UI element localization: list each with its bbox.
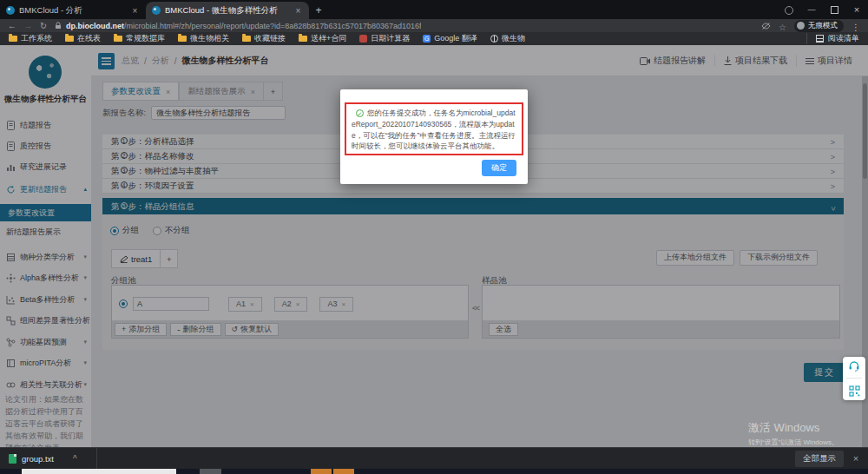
eye-slash-icon[interactable] bbox=[761, 23, 771, 30]
google-translate-icon bbox=[423, 35, 431, 43]
show-all-downloads-button[interactable]: 全部显示 bbox=[795, 451, 844, 467]
windows-taskbar bbox=[0, 469, 868, 474]
site-favicon bbox=[152, 6, 161, 15]
lock-icon bbox=[55, 22, 62, 30]
customer-service-icon[interactable] bbox=[848, 360, 860, 372]
incognito-badge: 无痕模式 bbox=[794, 20, 844, 32]
task-submitted-dialog: 您的任务提交成功，任务名为microbial_updateReport_2022… bbox=[340, 89, 528, 184]
site-favicon bbox=[6, 6, 15, 15]
bookmark-star-icon[interactable] bbox=[779, 18, 786, 34]
chevron-up-icon[interactable] bbox=[73, 454, 77, 464]
folder-icon bbox=[9, 36, 17, 42]
url-text: dp.biocloud.net/microbial.html#/zh/perso… bbox=[66, 22, 422, 30]
back-icon[interactable]: ← bbox=[8, 19, 16, 32]
reading-list-button[interactable]: 阅读清单 bbox=[806, 33, 859, 44]
folder-icon bbox=[114, 36, 122, 42]
downloaded-file-item[interactable]: group.txt bbox=[0, 448, 86, 469]
browser-tab-analysis[interactable]: BMKCloud - 分析 bbox=[0, 2, 146, 19]
folder-icon bbox=[299, 36, 307, 42]
window-minimize-button[interactable] bbox=[800, 0, 823, 19]
incognito-label: 无痕模式 bbox=[808, 21, 838, 31]
window-maximize-button[interactable] bbox=[823, 0, 845, 19]
qr-code-icon[interactable] bbox=[849, 385, 860, 397]
bookmarks-bar: 工作系统 在线表 常规数据库 微生物相关 收藏链接 送样+合同 日期计算器 Go… bbox=[0, 32, 868, 45]
browser-tab-microbial[interactable]: BMKCloud - 微生物多样性分析 bbox=[146, 2, 309, 19]
windows-activation-watermark: 激活 Windows 转到“设置”以激活 Windows。 bbox=[748, 420, 838, 447]
close-tab-icon[interactable] bbox=[130, 6, 140, 16]
folder-icon bbox=[65, 36, 74, 42]
dialog-message: 您的任务提交成功，任务名为microbial_updateReport_2022… bbox=[352, 108, 516, 152]
tab-title: BMKCloud - 微生物多样性分析 bbox=[165, 5, 293, 16]
confirm-button[interactable]: 确定 bbox=[482, 160, 516, 176]
incognito-icon bbox=[797, 22, 805, 30]
bookmark-folder[interactable]: 在线表 bbox=[65, 33, 101, 44]
forward-icon[interactable]: → bbox=[24, 19, 33, 32]
close-shelf-icon[interactable] bbox=[844, 453, 868, 464]
folder-icon bbox=[178, 36, 187, 42]
success-check-icon bbox=[356, 109, 364, 117]
bookmark-folder[interactable]: 送样+合同 bbox=[299, 33, 346, 44]
floating-service-widget bbox=[843, 357, 865, 400]
downloaded-file-name: group.txt bbox=[22, 454, 54, 464]
bookmark-folder[interactable]: 收藏链接 bbox=[242, 33, 286, 44]
window-controls bbox=[778, 0, 868, 19]
file-icon bbox=[9, 454, 16, 464]
folder-icon bbox=[242, 36, 251, 42]
browser-toolbar: ← → ↻ dp.biocloud.net/microbial.html#/zh… bbox=[0, 19, 868, 32]
tab-title: BMKCloud - 分析 bbox=[19, 5, 130, 16]
bookmark-folder[interactable]: 微生物相关 bbox=[178, 33, 229, 44]
taskbar-window-block bbox=[22, 469, 176, 474]
bookmark-item[interactable]: Google 翻译 bbox=[423, 33, 477, 44]
window-close-button[interactable] bbox=[845, 0, 868, 19]
bookmark-folder[interactable]: 工作系统 bbox=[9, 33, 52, 44]
web-page: 微生物多样性分析平台 结题报告 质控报告 研究进展记录 更新结题报告 参数更改设… bbox=[0, 45, 868, 447]
browser-tab-strip: BMKCloud - 分析 BMKCloud - 微生物多样性分析 bbox=[0, 0, 868, 19]
highlight-annotation-box: 您的任务提交成功，任务名为microbial_updateReport_2022… bbox=[345, 102, 523, 155]
calculator-icon bbox=[359, 35, 367, 43]
download-shelf: group.txt 全部显示 bbox=[0, 447, 868, 469]
reading-list-icon bbox=[816, 35, 824, 43]
new-tab-button[interactable] bbox=[309, 2, 328, 19]
bookmark-item[interactable]: 微生物 bbox=[490, 33, 525, 44]
taskbar-app-block bbox=[333, 469, 354, 474]
reload-icon[interactable]: ↻ bbox=[40, 19, 47, 32]
screen: BMKCloud - 分析 BMKCloud - 微生物多样性分析 ← → ↻ … bbox=[0, 0, 868, 474]
address-bar[interactable]: dp.biocloud.net/microbial.html#/zh/perso… bbox=[55, 22, 753, 30]
browser-menu-icon[interactable] bbox=[852, 18, 860, 34]
close-tab-icon[interactable] bbox=[293, 6, 303, 16]
taskbar-app-block bbox=[200, 469, 221, 474]
bookmark-folder[interactable]: 常规数据库 bbox=[114, 33, 165, 44]
incognito-profile-icon[interactable] bbox=[778, 0, 800, 19]
bookmark-item[interactable]: 日期计算器 bbox=[359, 33, 410, 44]
globe-icon bbox=[490, 35, 498, 43]
taskbar-app-block bbox=[311, 469, 332, 474]
